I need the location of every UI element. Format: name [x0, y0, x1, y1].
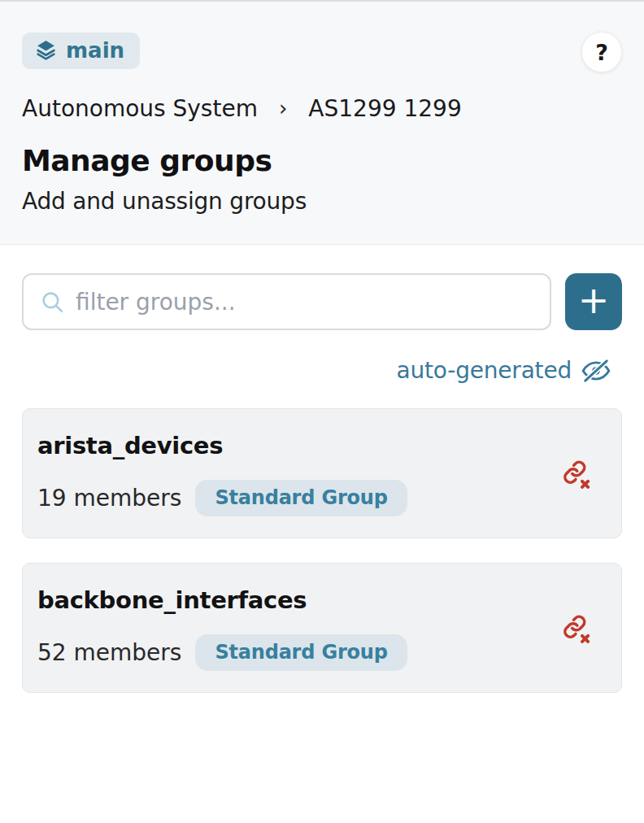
group-member-count: 52 members [37, 639, 181, 666]
help-button[interactable]: ? [581, 32, 622, 72]
filter-groups-input[interactable] [76, 289, 535, 316]
main-content: + auto-generated arista_devices 19 membe… [0, 245, 644, 693]
group-name: arista_devices [37, 430, 407, 459]
group-meta: 52 members Standard Group [37, 634, 407, 671]
eye-off-icon [581, 359, 611, 383]
unlink-icon [563, 459, 590, 489]
page-header: main ? Autonomous System › AS1299 1299 M… [0, 0, 644, 245]
branch-label: main [66, 38, 124, 63]
group-info: arista_devices 19 members Standard Group [37, 430, 407, 516]
group-info: backbone_interfaces 52 members Standard … [37, 585, 407, 671]
breadcrumb: Autonomous System › AS1299 1299 [22, 95, 622, 122]
add-group-button[interactable]: + [565, 273, 622, 330]
auto-generated-label: auto-generated [397, 357, 572, 384]
group-type-badge: Standard Group [195, 480, 407, 516]
group-type-badge: Standard Group [195, 634, 407, 671]
group-meta: 19 members Standard Group [37, 480, 407, 516]
page-title: Manage groups [22, 144, 622, 177]
group-name: backbone_interfaces [37, 585, 407, 614]
page-subtitle: Add and unassign groups [22, 188, 622, 215]
toolbar: + [22, 273, 622, 330]
breadcrumb-current[interactable]: AS1299 1299 [308, 95, 461, 122]
plus-icon: + [578, 281, 610, 319]
layers-icon [35, 39, 57, 61]
unassign-group-button[interactable] [559, 455, 594, 492]
chevron-right-icon: › [279, 96, 287, 122]
breadcrumb-parent[interactable]: Autonomous System [22, 95, 258, 122]
unlink-icon [563, 613, 590, 643]
header-top-row: main ? [22, 33, 622, 72]
auto-generated-toggle[interactable]: auto-generated [22, 357, 622, 384]
group-card: arista_devices 19 members Standard Group [22, 408, 622, 538]
group-card: backbone_interfaces 52 members Standard … [22, 563, 622, 693]
search-icon [40, 290, 65, 315]
help-label: ? [595, 40, 608, 65]
branch-selector[interactable]: main [22, 33, 140, 69]
group-member-count: 19 members [37, 485, 181, 512]
unassign-group-button[interactable] [559, 610, 594, 647]
filter-groups-field[interactable] [22, 273, 551, 330]
